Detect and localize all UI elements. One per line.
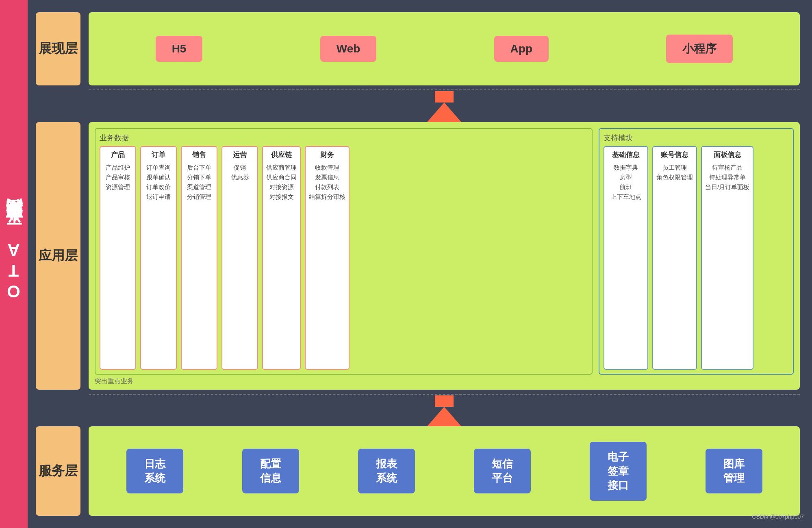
- module-ops-items: 促销 优惠券: [231, 163, 249, 182]
- arrow-head-2: [427, 407, 461, 426]
- service-esign: 电子签章接口: [590, 442, 647, 501]
- biz-section: 业务数据 产品 产品维护 产品审核 资源管理: [95, 128, 593, 375]
- service-sms: 短信平台: [474, 449, 531, 493]
- module-product: 产品 产品维护 产品审核 资源管理: [100, 146, 136, 370]
- app-note: 突出重点业务: [95, 377, 794, 386]
- service-content: 日志系统 配置信息 报表系统 短信平台 电子签章接口 图库管理: [89, 426, 800, 516]
- pres-item-app: App: [494, 36, 549, 62]
- module-ops-title: 运营: [226, 150, 254, 161]
- module-ops: 运营 促销 优惠券: [221, 146, 258, 370]
- module-order: 订单 订单查询 跟单确认 订单改价 退订申请: [140, 146, 177, 370]
- support-basic-items: 数据字典 房型 航班 上下车地点: [611, 163, 641, 202]
- app-layer-label: 应用层: [36, 122, 80, 390]
- arrow-2: [427, 395, 461, 426]
- support-section: 支持模块 基础信息 数据字典 房型 航班 上下车地点: [599, 128, 794, 375]
- module-supply: 供应链 供应商管理 供应商合同 对接资源 对接报文: [262, 146, 301, 370]
- module-product-title: 产品: [104, 150, 132, 161]
- presentation-content: H5 Web App 小程序: [89, 12, 800, 85]
- support-modules: 基础信息 数据字典 房型 航班 上下车地点 账号信息: [604, 146, 789, 370]
- module-finance: 财务 收款管理 发票信息 付款列表 结算拆分审核: [305, 146, 350, 370]
- service-report: 报表系统: [358, 449, 415, 493]
- main-content: 展现层 H5 Web App 小程序 应用层 业务数据: [28, 0, 812, 528]
- watermark: CSDN @007php007: [752, 513, 804, 520]
- module-finance-title: 财务: [309, 150, 345, 161]
- service-layer-row: 服务层 日志系统 配置信息 报表系统 短信平台 电子签章接口 图库管理: [36, 426, 800, 516]
- app-inner-area: 业务数据 产品 产品维护 产品审核 资源管理: [95, 128, 794, 375]
- module-sales: 销售 后台下单 分销下单 渠道管理 分销管理: [181, 146, 217, 370]
- arrow-1: [427, 91, 461, 122]
- left-title-bar: OTA平台业务架构图: [0, 0, 28, 528]
- dashed-line-2: [89, 394, 800, 395]
- support-panel-items: 待审核产品 待处理异常单 当日/月订单面板: [705, 163, 749, 192]
- support-basic-title: 基础信息: [608, 150, 644, 161]
- service-layer-label: 服务层: [36, 426, 80, 516]
- support-account-items: 员工管理 角色权限管理: [656, 163, 693, 182]
- pres-item-web: Web: [320, 36, 377, 62]
- support-panel-info: 面板信息 待审核产品 待处理异常单 当日/月订单面板: [701, 146, 753, 370]
- biz-section-title: 业务数据: [100, 133, 588, 143]
- support-section-title: 支持模块: [604, 133, 789, 143]
- pres-item-miniapp: 小程序: [666, 35, 733, 63]
- support-panel-title: 面板信息: [705, 150, 749, 161]
- module-supply-title: 供应链: [266, 150, 297, 161]
- module-finance-items: 收款管理 发票信息 付款列表 结算拆分审核: [309, 163, 345, 202]
- service-image: 图库管理: [706, 449, 762, 493]
- support-account-info: 账号信息 员工管理 角色权限管理: [652, 146, 697, 370]
- presentation-layer-row: 展现层 H5 Web App 小程序: [36, 12, 800, 85]
- dashed-line-1: [89, 89, 800, 90]
- app-content: 业务数据 产品 产品维护 产品审核 资源管理: [89, 122, 800, 390]
- biz-modules: 产品 产品维护 产品审核 资源管理 订单 订单查询: [100, 146, 588, 370]
- main-title: OTA平台业务架构图: [2, 227, 25, 301]
- support-account-title: 账号信息: [656, 150, 693, 161]
- pres-item-h5: H5: [156, 36, 203, 62]
- presentation-layer-label: 展现层: [36, 12, 80, 85]
- arrow-head-1: [427, 103, 461, 122]
- arrow-area-2: [89, 390, 800, 426]
- module-sales-title: 销售: [185, 150, 213, 161]
- service-log: 日志系统: [126, 449, 183, 493]
- arrow-body-1: [435, 91, 454, 103]
- module-sales-items: 后台下单 分销下单 渠道管理 分销管理: [187, 163, 211, 202]
- module-supply-items: 供应商管理 供应商合同 对接资源 对接报文: [266, 163, 297, 202]
- app-layer-row: 应用层 业务数据 产品 产品维护 产品审核 资源管理: [36, 122, 800, 390]
- module-order-title: 订单: [144, 150, 173, 161]
- module-order-items: 订单查询 跟单确认 订单改价 退订申请: [146, 163, 171, 202]
- arrow-body-2: [435, 395, 454, 407]
- arrow-area-1: [89, 85, 800, 122]
- support-basic-info: 基础信息 数据字典 房型 航班 上下车地点: [604, 146, 648, 370]
- service-config: 配置信息: [242, 449, 299, 493]
- module-product-items: 产品维护 产品审核 资源管理: [106, 163, 130, 192]
